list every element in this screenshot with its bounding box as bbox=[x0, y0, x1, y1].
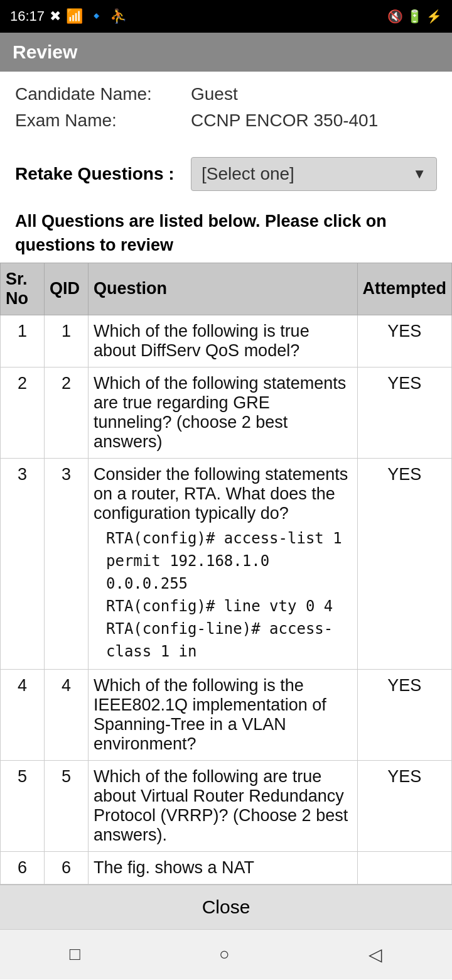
cell-srno: 1 bbox=[1, 315, 45, 367]
triangle-icon[interactable]: ◁ bbox=[369, 944, 382, 965]
close-button[interactable]: Close bbox=[11, 896, 441, 918]
candidate-info-section: Candidate Name: Guest Exam Name: CCNP EN… bbox=[0, 72, 452, 143]
retake-questions-label: Retake Questions : bbox=[15, 164, 191, 184]
square-icon[interactable]: □ bbox=[70, 944, 80, 964]
cell-qid: 2 bbox=[45, 367, 89, 458]
mute-icon: 🔇 bbox=[387, 9, 403, 24]
cell-qid: 4 bbox=[45, 669, 89, 760]
cell-qid: 1 bbox=[45, 315, 89, 367]
cell-attempted: YES bbox=[357, 760, 452, 851]
cell-srno: 5 bbox=[1, 760, 45, 851]
status-bar: 16:17 ✖ 📶 🔹 ⛹ 🔇 🔋 ⚡ bbox=[0, 0, 452, 33]
table-row[interactable]: 33Consider the following statements on a… bbox=[1, 458, 452, 669]
wifi-icon: 📶 bbox=[66, 8, 83, 24]
retake-select-value: [Select one] bbox=[202, 164, 294, 184]
table-row[interactable]: 22Which of the following statements are … bbox=[1, 367, 452, 458]
col-header-qid: QID bbox=[45, 263, 89, 315]
bolt-icon: ⚡ bbox=[426, 9, 442, 24]
status-left: 16:17 ✖ 📶 🔹 ⛹ bbox=[10, 8, 127, 24]
candidate-name-value: Guest bbox=[191, 84, 238, 104]
cell-qid: 6 bbox=[45, 851, 89, 884]
cell-question: Which of the following statements are tr… bbox=[89, 367, 358, 458]
questions-table: Sr. No QID Question Attempted 11Which of… bbox=[0, 263, 452, 885]
cell-attempted bbox=[357, 851, 452, 884]
cell-srno: 3 bbox=[1, 458, 45, 669]
cell-qid: 3 bbox=[45, 458, 89, 669]
retake-questions-row: Retake Questions : [Select one] ▼ bbox=[0, 147, 452, 201]
cell-attempted: YES bbox=[357, 367, 452, 458]
cell-attempted: YES bbox=[357, 458, 452, 669]
table-row[interactable]: 44Which of the following is the IEEE802.… bbox=[1, 669, 452, 760]
candidate-name-row: Candidate Name: Guest bbox=[15, 84, 437, 104]
table-header-row: Sr. No QID Question Attempted bbox=[1, 263, 452, 315]
code-block: RTA(config)# access-list 1 permit 192.16… bbox=[94, 523, 352, 663]
battery-icon: 🔋 bbox=[407, 9, 422, 24]
exam-name-value: CCNP ENCOR 350-401 bbox=[191, 111, 378, 131]
table-row[interactable]: 66The fig. shows a NAT bbox=[1, 851, 452, 884]
cell-question: Which of the following is the IEEE802.1Q… bbox=[89, 669, 358, 760]
page-header: Review bbox=[0, 33, 452, 72]
cell-attempted: YES bbox=[357, 315, 452, 367]
cell-question: The fig. shows a NAT bbox=[89, 851, 358, 884]
cell-question: Which of the following are true about Vi… bbox=[89, 760, 358, 851]
table-row[interactable]: 11Which of the following is true about D… bbox=[1, 315, 452, 367]
notification-x-icon: ✖ bbox=[50, 8, 61, 24]
cell-question: Consider the following statements on a r… bbox=[89, 458, 358, 669]
instructions-text: All Questions are listed below. Please c… bbox=[0, 201, 452, 263]
page-title: Review bbox=[13, 41, 77, 62]
status-right: 🔇 🔋 ⚡ bbox=[387, 9, 442, 24]
bluetooth-icon: 🔹 bbox=[88, 8, 105, 24]
cell-attempted: YES bbox=[357, 669, 452, 760]
circle-icon[interactable]: ○ bbox=[219, 944, 230, 964]
time-display: 16:17 bbox=[10, 8, 45, 24]
retake-questions-select[interactable]: [Select one] ▼ bbox=[191, 157, 437, 191]
shield-icon: ⛹ bbox=[110, 8, 127, 24]
col-header-question: Question bbox=[89, 263, 358, 315]
cell-srno: 6 bbox=[1, 851, 45, 884]
exam-name-label: Exam Name: bbox=[15, 111, 191, 131]
candidate-name-label: Candidate Name: bbox=[15, 84, 191, 104]
cell-qid: 5 bbox=[45, 760, 89, 851]
chevron-down-icon: ▼ bbox=[412, 166, 426, 182]
cell-srno: 4 bbox=[1, 669, 45, 760]
col-header-attempted: Attempted bbox=[357, 263, 452, 315]
nav-bar: □ ○ ◁ bbox=[0, 929, 452, 979]
col-header-srno: Sr. No bbox=[1, 263, 45, 315]
close-bar: Close bbox=[0, 885, 452, 929]
exam-name-row: Exam Name: CCNP ENCOR 350-401 bbox=[15, 111, 437, 131]
cell-question: Which of the following is true about Dif… bbox=[89, 315, 358, 367]
table-row[interactable]: 55Which of the following are true about … bbox=[1, 760, 452, 851]
cell-srno: 2 bbox=[1, 367, 45, 458]
